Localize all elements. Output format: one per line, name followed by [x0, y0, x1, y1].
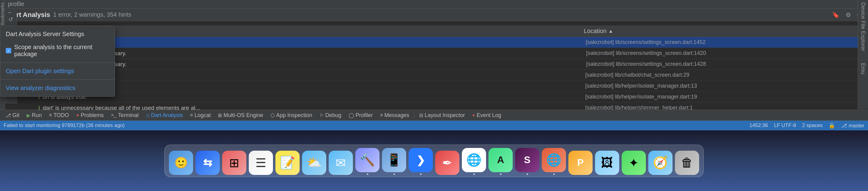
- dock-item-notes[interactable]: 📝: [275, 151, 300, 175]
- simulator-icon[interactable]: 📱: [382, 148, 406, 172]
- table-header: Description Location ▲: [34, 25, 861, 37]
- dart-analysis-tab-label: Dart Analysis: [151, 112, 183, 118]
- breadcrumb-bar: profile: [5, 0, 868, 8]
- dock-item-simulator[interactable]: 📱: [382, 148, 406, 175]
- row-location: [salezrobot] lib/screens/settings_screen…: [586, 39, 857, 46]
- launchpad-icon[interactable]: ⊞: [222, 151, 246, 175]
- dropdown-separator-2: [0, 79, 115, 80]
- event-log-icon: ●: [472, 112, 475, 118]
- finder-icon[interactable]: 🙂: [169, 151, 193, 175]
- table-row[interactable]: ⚠ are operator '?.' is unnecessary. [sal…: [34, 59, 861, 70]
- tab-app-inspection[interactable]: ⬡ App Inspection: [268, 112, 315, 119]
- event-log-label: Event Log: [477, 112, 501, 118]
- status-encoding[interactable]: LF UTF-8: [774, 122, 796, 129]
- dock-item-preview[interactable]: 🖼: [595, 151, 619, 175]
- mail-icon[interactable]: ✉: [329, 151, 353, 175]
- tab-dart-analysis[interactable]: ◇ Dart Analysis: [143, 112, 186, 119]
- row-location: [salezrobot] lib/helper/isolate_manager.…: [585, 83, 857, 89]
- tab-event-log[interactable]: ● Event Log: [469, 112, 504, 119]
- bookmark-action-icon[interactable]: 🔖: [830, 10, 841, 19]
- logcat-icon: ≡: [190, 112, 193, 118]
- scope-analysis-checkbox[interactable]: ✓: [6, 48, 11, 53]
- row-description: on is always true.: [43, 83, 585, 89]
- notes-icon[interactable]: 📝: [275, 151, 300, 175]
- table-row[interactable]: ⚠ are operator '?.' is unnecessary. [sal…: [34, 48, 861, 59]
- trash-icon[interactable]: 🗑: [675, 151, 699, 175]
- quill-icon[interactable]: ✒: [435, 151, 459, 175]
- vscode-dot: [420, 173, 422, 175]
- dock-container: 🙂 ⇆ ⊞ ☰ 📝 ⛅ ✉ 🔨 📱: [0, 130, 868, 191]
- chrome-icon[interactable]: 🌐: [462, 148, 486, 172]
- table-row[interactable]: ℹ dart' is unnecessary because all of th…: [34, 103, 861, 110]
- dock-item-finder[interactable]: 🙂: [169, 151, 193, 175]
- tab-problems[interactable]: ● Problems: [73, 112, 107, 119]
- weather-icon[interactable]: ⛅: [302, 151, 326, 175]
- dock-item-chrome[interactable]: 🌐: [462, 148, 486, 175]
- tab-logcat[interactable]: ≡ Logcat: [187, 112, 214, 119]
- dropdown-item-open-dart[interactable]: Open Dart plugin settings: [0, 64, 115, 78]
- migrate-icon[interactable]: ⇆: [195, 151, 220, 175]
- status-branch[interactable]: ⎇ master: [841, 122, 864, 129]
- tab-terminal[interactable]: >_ Terminal: [108, 112, 142, 119]
- table-row[interactable]: ℹ on is always true. [salezrobot] lib/he…: [34, 91, 861, 103]
- chrome2-icon[interactable]: 🌐: [542, 148, 566, 172]
- vscode-icon[interactable]: ❯: [409, 148, 433, 172]
- dock-item-chrome2[interactable]: 🌐: [542, 148, 566, 175]
- dock-item-trash[interactable]: 🗑: [675, 151, 699, 175]
- emulator-panel[interactable]: Emu: [858, 61, 868, 109]
- reminders-icon[interactable]: ☰: [249, 151, 273, 175]
- tab-run[interactable]: ▶ Run: [24, 112, 45, 119]
- safari-icon[interactable]: 🧭: [648, 151, 673, 175]
- profiler-icon: ◯: [349, 112, 354, 118]
- table-row[interactable]: ℹ on is always true. [salezrobot] lib/he…: [34, 81, 861, 91]
- messages-icon: ≡: [380, 112, 383, 118]
- dock-item-safari[interactable]: 🧭: [648, 151, 673, 175]
- dropdown-item-server-settings[interactable]: Dart Analysis Server Settings: [0, 28, 115, 40]
- dropdown-item-scope-analysis[interactable]: ✓ Scope analysis to the current package: [0, 40, 115, 61]
- status-position[interactable]: 1452:36: [749, 122, 768, 129]
- pages-icon[interactable]: P: [568, 151, 593, 175]
- dock-item-migrate[interactable]: ⇆: [195, 151, 220, 175]
- dock-item-pages[interactable]: P: [568, 151, 593, 175]
- slack-icon[interactable]: S: [515, 148, 539, 172]
- status-message: Failed to start monitoring 9789172b (36 …: [4, 122, 125, 129]
- dock-item-mail[interactable]: ✉: [329, 151, 353, 175]
- dock-item-vscode[interactable]: ❯: [409, 148, 433, 175]
- row-location: [salezrobot] lib/screens/settings_screen…: [586, 50, 857, 56]
- preview-icon[interactable]: 🖼: [595, 151, 619, 175]
- slack-dot: [527, 173, 528, 175]
- dock-item-xcode[interactable]: 🔨: [355, 148, 379, 175]
- dropdown-item-diagnostics[interactable]: View analyzer diagnostics: [0, 82, 115, 94]
- tab-git[interactable]: ⎇ Git: [2, 112, 22, 119]
- dock-item-quill[interactable]: ✒: [435, 151, 459, 175]
- touchretouch-icon[interactable]: ✦: [622, 151, 646, 175]
- settings-action-icon[interactable]: ⚙: [844, 10, 853, 19]
- table-row[interactable]: ● [salezrobot] lib/screens/settings_scre…: [34, 37, 861, 48]
- device-file-explorer-label: Device File Explorer: [860, 2, 866, 51]
- dock-item-android-studio[interactable]: A: [489, 148, 513, 175]
- android-studio-icon[interactable]: A: [489, 148, 513, 172]
- dock-item-slack[interactable]: S: [515, 148, 539, 175]
- dock-item-touchretouch[interactable]: ✦: [622, 151, 646, 175]
- status-bar-right: 1452:36 LF UTF-8 2 spaces 🔓 ⎇ master: [749, 122, 864, 129]
- analysis-summary: 1 error, 2 warnings, 354 hints: [53, 11, 131, 18]
- dock-item-reminders[interactable]: ☰: [249, 151, 273, 175]
- tab-layout-inspector[interactable]: ⊟ Layout Inspector: [416, 112, 468, 119]
- app-inspection-icon: ⬡: [271, 112, 275, 118]
- device-file-explorer-panel[interactable]: Device File Explorer: [858, 0, 868, 61]
- status-indent[interactable]: 2 spaces: [802, 122, 823, 129]
- xcode-icon[interactable]: 🔨: [355, 148, 379, 172]
- tab-profiler[interactable]: ◯ Profiler: [346, 112, 376, 119]
- scope-analysis-label: Scope analysis to the current package: [14, 44, 109, 58]
- dock-item-launchpad[interactable]: ⊞: [222, 151, 246, 175]
- dock-item-weather[interactable]: ⛅: [302, 151, 326, 175]
- app-inspection-label: App Inspection: [276, 112, 312, 118]
- tab-todo[interactable]: ≡ TODO: [46, 112, 72, 119]
- sidebar-refresh-icon[interactable]: ↺: [7, 15, 15, 24]
- debug-icon: ⚐: [319, 112, 324, 118]
- table-row[interactable]: ℹ used. [salezrobot] lib/chatbot/chat_sc…: [34, 70, 861, 81]
- tab-messages[interactable]: ≡ Messages: [377, 112, 412, 119]
- tab-debug[interactable]: ⚐ Debug: [317, 112, 344, 119]
- tab-multios[interactable]: ⊞ Multi-OS Engine: [215, 112, 266, 119]
- open-dart-label: Open Dart plugin settings: [6, 67, 74, 75]
